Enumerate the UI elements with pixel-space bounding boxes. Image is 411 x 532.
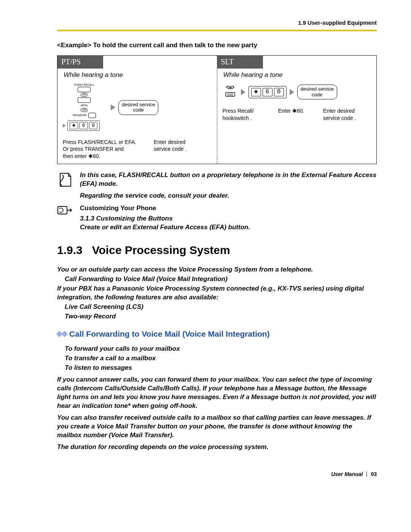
note-line-2: Regarding the service code, consult your… bbox=[80, 192, 377, 200]
pointing-hand-icon bbox=[57, 204, 73, 219]
footer-divider bbox=[366, 471, 367, 477]
note-line-1: In this case, FLASH/RECALL button on a p… bbox=[80, 171, 377, 189]
slt-header: SLT bbox=[217, 55, 263, 69]
diamond-bullet-icon bbox=[57, 332, 67, 336]
customize-sub: 3.1.3 Customizing the Buttons bbox=[80, 214, 250, 223]
svg-rect-1 bbox=[226, 93, 235, 96]
slt-caption-1: Press Recall/ hookswitch . bbox=[223, 107, 271, 122]
diagram-left-column: PT/PS While hearing a tone FLASH/ RECALL… bbox=[57, 56, 217, 164]
arrow-icon bbox=[241, 89, 245, 95]
service-code-box: desired service code bbox=[118, 100, 158, 115]
header-rule bbox=[57, 30, 377, 31]
flash-efa-transfer-stack: FLASH/ RECALL OR (EFA) OR TRANSFER ✱ bbox=[63, 83, 105, 131]
svg-rect-4 bbox=[58, 206, 67, 214]
customize-line: Create or edit an External Feature Acces… bbox=[80, 223, 250, 232]
customize-title: Customizing Your Phone bbox=[80, 204, 250, 213]
customize-block: Customizing Your Phone 3.1.3 Customizing… bbox=[57, 204, 377, 232]
example-title: <Example> To hold the current call and t… bbox=[57, 41, 377, 50]
page-number: 93 bbox=[371, 471, 377, 478]
ptps-sub: While hearing a tone bbox=[64, 71, 212, 80]
page-footer: User Manual 93 bbox=[57, 471, 377, 478]
slt-caption-3: Enter desired service code . bbox=[323, 107, 371, 122]
note-block: In this case, FLASH/RECALL button on a p… bbox=[57, 171, 377, 200]
arrow-icon bbox=[111, 104, 115, 110]
ptps-caption-1: Press FLASH/RECALL or EFA. Or press TRAN… bbox=[63, 139, 146, 160]
keypad: ✱ 6 0 bbox=[249, 86, 287, 98]
section-intro: You or an outside party can access the V… bbox=[57, 265, 377, 321]
diagram-right-column: SLT While hearing a tone ✱ 6 bbox=[217, 56, 377, 164]
slt-caption-2: Enter ✱60. bbox=[278, 107, 315, 122]
voicemail-body: To forward your calls to your mailbox To… bbox=[57, 345, 377, 451]
slt-sub: While hearing a tone bbox=[223, 71, 371, 80]
arrow-icon bbox=[290, 89, 294, 95]
example-diagram: PT/PS While hearing a tone FLASH/ RECALL… bbox=[57, 55, 377, 164]
section-heading: 1.9.3 Voice Processing System bbox=[57, 243, 377, 258]
hookswitch-icon bbox=[223, 83, 238, 101]
note-icon bbox=[57, 171, 73, 191]
service-code-box: desired service code bbox=[297, 85, 337, 99]
footer-label: User Manual bbox=[331, 471, 363, 478]
voicemail-heading: Call Forwarding to Voice Mail (Voice Mai… bbox=[57, 329, 377, 339]
ptps-header: PT/PS bbox=[57, 55, 103, 69]
ptps-caption-2: Enter desired service code . bbox=[154, 139, 212, 160]
header-section-label: 1.9 User-supplied Equipment bbox=[57, 19, 377, 27]
